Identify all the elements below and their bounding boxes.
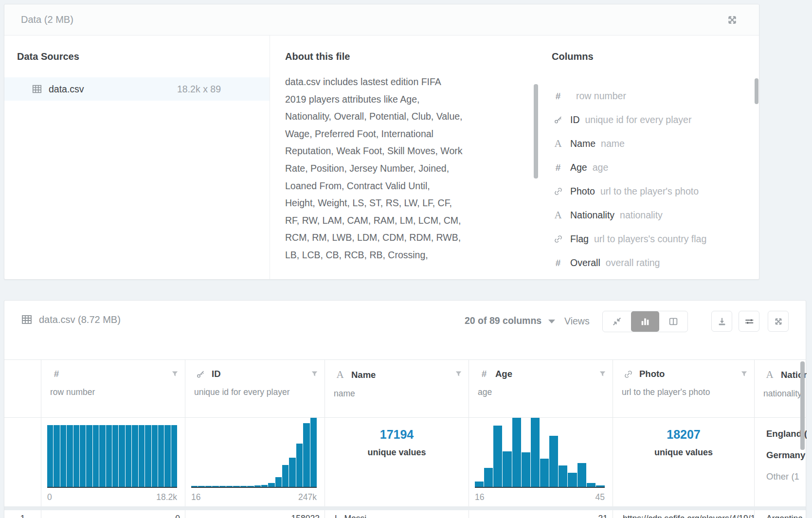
unique-label: unique values (325, 447, 469, 458)
column-header-name[interactable]: A Name name (325, 360, 469, 417)
row-gutter-summary (4, 418, 41, 506)
rownumber-histogram (47, 425, 177, 487)
age-cell: 31 (469, 510, 613, 518)
data-summary-card: Data (2 MB) Data Sources data.csv 18.2k … (4, 4, 759, 280)
data-sources-section: Data Sources data.csv 18.2k x 89 (4, 36, 270, 279)
column-summary-row: 0 18.2k 16 247k 17194 unique values 16 4… (4, 418, 806, 506)
age-histogram (475, 418, 605, 487)
id-histogram (191, 418, 317, 487)
expand-icon[interactable] (726, 14, 739, 26)
detail-view-button[interactable] (631, 311, 659, 332)
column-list-item: ID unique id for every player (552, 108, 755, 132)
chevron-down-icon (548, 320, 555, 323)
text-type-icon: A (334, 369, 346, 381)
about-file-section: About this file data.csv includes lastes… (270, 36, 538, 279)
filter-icon[interactable] (310, 370, 319, 378)
nationality-categories-cell: England ( Germany ( Other (1 (755, 418, 807, 506)
data-table-card: data.csv (8.72 MB) 20 of 89 columns View… (4, 300, 806, 518)
numeric-type-icon: # (552, 162, 564, 173)
column-header-age[interactable]: # Age age (469, 360, 613, 417)
numeric-type-icon: # (552, 91, 564, 102)
id-cell: 158023 (185, 510, 325, 518)
column-list-item: # Overall overall rating (552, 251, 755, 275)
table-file-title: data.csv (8.72 MB) (21, 314, 121, 325)
category-item-other: Other (1 (766, 471, 807, 482)
data-size-title: Data (2 MB) (21, 14, 73, 25)
views-label: Views (564, 316, 590, 327)
histogram-baseline (475, 487, 605, 488)
table-row: 1 0 158023 L. Messi 31 https://cdn.sofif… (4, 510, 806, 518)
source-file-row[interactable]: data.csv 18.2k x 89 (4, 77, 270, 101)
columns-heading: Columns (552, 51, 594, 62)
column-list-item: A Name name (552, 132, 755, 156)
id-histogram-cell: 16 247k (185, 418, 325, 506)
data-summary-header: Data (2 MB) (4, 4, 759, 36)
data-sources-heading: Data Sources (17, 51, 79, 62)
kaggle-dataset-preview: { "colors": { "histogram_bar": "#0d87b5"… (0, 0, 812, 518)
histogram-baseline (47, 487, 177, 488)
column-list-item: Flag url to players's country flag (552, 227, 755, 251)
link-type-icon (622, 370, 634, 379)
source-file-name: data.csv (49, 84, 84, 95)
source-file-dimensions: 18.2k x 89 (177, 84, 221, 95)
numeric-type-icon: # (50, 369, 63, 379)
photo-url-cell: https://cdn.sofifa.org/players/4/19/1580… (613, 510, 755, 518)
photo-unique-cell: 18207 unique values (613, 418, 755, 506)
column-header-photo[interactable]: Photo url to the player's photo (613, 360, 755, 417)
table-header-row: # row number ID unique id for every play… (4, 359, 806, 418)
columns-list: # row number ID unique id for every play… (552, 84, 755, 275)
filter-sliders-icon[interactable] (739, 311, 759, 332)
panel-scrollbar-thumb[interactable] (755, 78, 758, 104)
table-grid-icon (32, 84, 42, 94)
name-cell: L. Messi (325, 510, 469, 518)
text-type-icon: A (552, 138, 564, 150)
unique-count: 17194 (325, 428, 469, 442)
table-scrollbar-thumb[interactable] (800, 361, 805, 450)
summary-data-divider (4, 506, 806, 510)
download-icon[interactable] (711, 311, 732, 332)
row-index-cell: 1 (4, 510, 41, 518)
unique-label: unique values (613, 447, 754, 458)
filter-icon[interactable] (740, 370, 748, 378)
numeric-type-icon: # (478, 369, 490, 379)
view-toggle-group (602, 311, 688, 332)
about-description: data.csv includes lastest edition FIFA 2… (285, 73, 495, 264)
histogram-baseline (191, 487, 317, 488)
column-list-item: # row number (552, 84, 755, 108)
rownumber-cell: 0 (41, 510, 185, 518)
about-scrollbar-thumb[interactable] (534, 84, 538, 179)
column-list-item: # Age age (552, 156, 755, 179)
column-list-item: Photo url to the player's photo (552, 179, 755, 203)
unique-count: 18207 (613, 428, 754, 442)
numeric-type-icon: # (552, 258, 564, 268)
about-heading: About this file (285, 51, 350, 62)
link-type-icon (552, 187, 564, 196)
name-unique-cell: 17194 unique values (325, 418, 469, 506)
row-gutter-header (4, 360, 41, 417)
column-header-rownumber[interactable]: # row number (41, 360, 185, 417)
compact-view-button[interactable] (603, 311, 631, 332)
expand-icon[interactable] (768, 311, 789, 332)
filter-icon[interactable] (171, 370, 179, 378)
rownumber-histogram-cell: 0 18.2k (41, 418, 185, 506)
column-list-item: A Nationality nationality (552, 203, 755, 227)
key-type-icon (552, 115, 564, 125)
nationality-cell: Argentina (755, 510, 807, 518)
column-view-button[interactable] (659, 311, 687, 332)
text-type-icon: A (763, 369, 776, 381)
column-header-id[interactable]: ID unique id for every player (185, 360, 325, 417)
column-header-nationality[interactable]: A Nationality nationality (755, 360, 807, 417)
columns-count-dropdown[interactable]: 20 of 89 columns (465, 315, 555, 326)
age-histogram-cell: 16 45 (469, 418, 613, 506)
category-item: Germany ( (766, 450, 807, 461)
table-grid-icon (21, 314, 33, 325)
table-file-name: data.csv (8.72 MB) (39, 314, 121, 325)
text-type-icon: A (552, 209, 564, 221)
filter-icon[interactable] (598, 370, 607, 378)
key-type-icon (194, 370, 207, 379)
columns-section: Columns # row number ID unique id for ev… (538, 36, 759, 279)
link-type-icon (552, 234, 564, 244)
filter-icon[interactable] (454, 370, 463, 378)
